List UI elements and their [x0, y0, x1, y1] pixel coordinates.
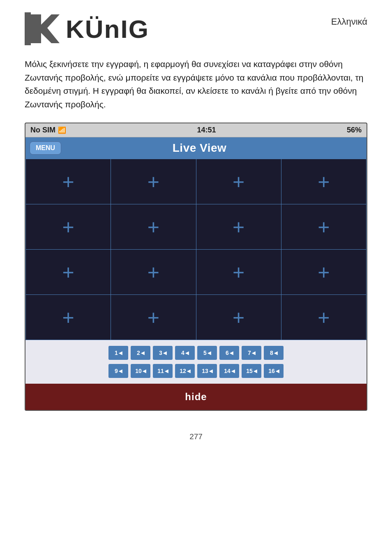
hide-button-wrapper: hide — [25, 384, 367, 410]
add-camera-icon-2: + — [148, 171, 159, 192]
status-left: No SIM 📶 — [30, 126, 66, 134]
nav-title: Live View — [61, 141, 338, 155]
camera-cell-2[interactable]: + — [111, 159, 196, 204]
channel-btn-1[interactable]: 1◀ — [108, 346, 128, 360]
channel-btn-11[interactable]: 11◀ — [153, 364, 173, 378]
camera-cell-4[interactable]: + — [281, 159, 367, 204]
channel-selector: 1◀ 2◀ 3◀ 4◀ 5◀ 6◀ 7◀ 8◀ 9◀ 10◀ 11◀ 12◀ 1… — [25, 340, 367, 384]
status-time: 14:51 — [197, 126, 216, 134]
add-camera-icon-14: + — [148, 307, 159, 328]
svg-marker-1 — [25, 12, 31, 45]
phone-mockup: No SIM 📶 14:51 56% MENU Live View + + + … — [25, 123, 367, 411]
add-camera-icon-13: + — [62, 307, 74, 328]
camera-cell-8[interactable]: + — [281, 204, 367, 250]
nav-bar: MENU Live View — [25, 137, 367, 159]
add-camera-icon-5: + — [62, 217, 74, 237]
logo-text: KÜnIG — [66, 14, 149, 44]
camera-cell-11[interactable]: + — [196, 250, 281, 295]
channel-btn-12[interactable]: 12◀ — [175, 364, 195, 378]
camera-cell-7[interactable]: + — [196, 204, 281, 250]
add-camera-icon-10: + — [148, 262, 159, 283]
channel-btn-5[interactable]: 5◀ — [197, 346, 217, 360]
camera-cell-16[interactable]: + — [281, 295, 367, 340]
channel-btn-15[interactable]: 15◀ — [242, 364, 261, 378]
channel-btn-9[interactable]: 9◀ — [108, 364, 128, 378]
add-camera-icon-4: + — [318, 171, 330, 192]
add-camera-icon-15: + — [233, 307, 244, 328]
add-camera-icon-11: + — [233, 262, 244, 283]
camera-cell-15[interactable]: + — [196, 295, 281, 340]
camera-cell-10[interactable]: + — [111, 250, 196, 295]
menu-button[interactable]: MENU — [30, 141, 61, 155]
channel-btn-3[interactable]: 3◀ — [153, 346, 173, 360]
camera-cell-3[interactable]: + — [196, 159, 281, 204]
hide-button[interactable]: hide — [25, 384, 367, 410]
channel-btn-10[interactable]: 10◀ — [131, 364, 150, 378]
wifi-icon: 📶 — [58, 126, 66, 134]
camera-cell-1[interactable]: + — [26, 159, 111, 204]
add-camera-icon-1: + — [62, 171, 74, 192]
language-label: Ελληνικά — [331, 12, 367, 27]
camera-cell-6[interactable]: + — [111, 204, 196, 250]
add-camera-icon-16: + — [318, 307, 330, 328]
channel-btn-16[interactable]: 16◀ — [264, 364, 284, 378]
camera-cell-5[interactable]: + — [26, 204, 111, 250]
camera-cell-9[interactable]: + — [26, 250, 111, 295]
add-camera-icon-8: + — [318, 217, 330, 237]
svg-marker-0 — [29, 14, 60, 43]
channel-btn-13[interactable]: 13◀ — [197, 364, 217, 378]
logo: KÜnIG — [25, 12, 149, 45]
add-camera-icon-3: + — [233, 171, 244, 192]
description-text: Μόλις ξεκινήσετε την εγγραφή, η εφαρμογή… — [25, 58, 367, 111]
add-camera-icon-9: + — [62, 262, 74, 283]
sim-status: No SIM — [30, 126, 55, 134]
channel-btn-4[interactable]: 4◀ — [175, 346, 195, 360]
camera-grid: + + + + + + + + + + + + + + + + — [25, 159, 367, 340]
add-camera-icon-12: + — [318, 262, 330, 283]
battery-status: 56% — [347, 126, 362, 134]
channel-btn-8[interactable]: 8◀ — [264, 346, 284, 360]
page-number: 277 — [25, 432, 367, 441]
channel-btn-2[interactable]: 2◀ — [131, 346, 150, 360]
channel-row-1: 1◀ 2◀ 3◀ 4◀ 5◀ 6◀ 7◀ 8◀ — [30, 346, 362, 360]
header: KÜnIG Ελληνικά — [25, 12, 367, 45]
add-camera-icon-7: + — [233, 217, 244, 237]
camera-cell-14[interactable]: + — [111, 295, 196, 340]
status-bar: No SIM 📶 14:51 56% — [25, 123, 367, 137]
channel-btn-7[interactable]: 7◀ — [242, 346, 261, 360]
camera-cell-12[interactable]: + — [281, 250, 367, 295]
camera-cell-13[interactable]: + — [26, 295, 111, 340]
channel-btn-14[interactable]: 14◀ — [219, 364, 239, 378]
channel-row-2: 9◀ 10◀ 11◀ 12◀ 13◀ 14◀ 15◀ 16◀ — [30, 364, 362, 378]
channel-btn-6[interactable]: 6◀ — [219, 346, 239, 360]
logo-k-icon — [25, 12, 62, 45]
add-camera-icon-6: + — [148, 217, 159, 237]
